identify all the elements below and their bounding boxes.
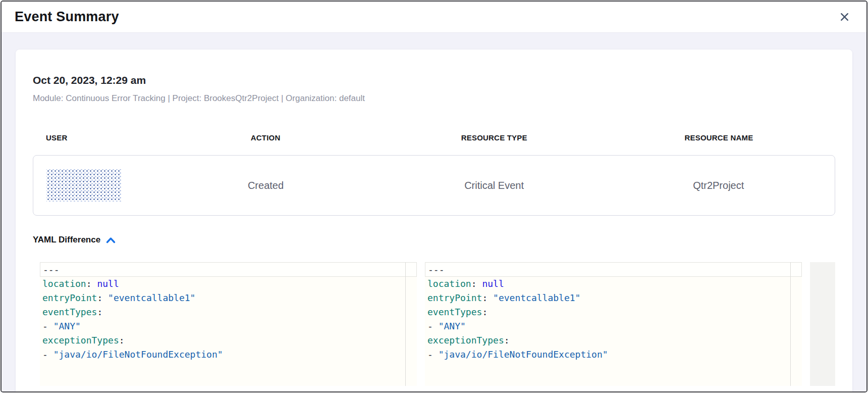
audit-table-header: USER ACTION RESOURCE TYPE RESOURCE NAME: [33, 133, 835, 142]
event-summary-modal: Event Summary Oct 20, 2023, 12:29 am Mod…: [1, 1, 867, 392]
yaml-diff-pane-left[interactable]: ---location: nullentryPoint: "eventcalla…: [40, 262, 417, 386]
column-header-resource-name: RESOURCE NAME: [603, 133, 835, 142]
yaml-line: location: null: [40, 277, 417, 291]
user-redacted-pixelated: [46, 169, 121, 202]
event-card: Oct 20, 2023, 12:29 am Module: Continuou…: [16, 50, 852, 391]
yaml-diff-viewer: ---location: nullentryPoint: "eventcalla…: [40, 262, 835, 386]
yaml-line: eventTypes:: [425, 305, 802, 319]
close-icon: [839, 12, 850, 22]
modal-body: Oct 20, 2023, 12:29 am Module: Continuou…: [2, 33, 866, 391]
user-cell: [33, 169, 145, 202]
diff-scrollbar-track[interactable]: [810, 262, 835, 386]
yaml-line: exceptionTypes:: [425, 333, 802, 348]
yaml-difference-label: YAML Difference: [33, 235, 100, 245]
yaml-line: - "java/io/FileNotFoundException": [40, 348, 417, 362]
yaml-difference-toggle: YAML Difference: [33, 235, 835, 245]
column-header-resource-type: RESOURCE TYPE: [386, 133, 603, 142]
column-header-user: USER: [33, 133, 145, 142]
resource-name-cell: Qtr2Project: [602, 180, 835, 191]
yaml-line: ---: [425, 262, 802, 277]
chevron-up-icon[interactable]: [106, 237, 116, 243]
yaml-line: - "ANY": [40, 319, 417, 333]
yaml-line: entryPoint: "eventcallable1": [425, 291, 802, 305]
yaml-line: - "java/io/FileNotFoundException": [425, 348, 802, 362]
event-timestamp: Oct 20, 2023, 12:29 am: [33, 74, 835, 87]
yaml-diff-pane-right[interactable]: ---location: nullentryPoint: "eventcalla…: [425, 262, 802, 386]
yaml-line: eventTypes:: [40, 305, 417, 319]
modal-header: Event Summary: [2, 2, 866, 33]
close-button[interactable]: [835, 8, 853, 26]
action-cell: Created: [145, 180, 386, 191]
event-meta: Module: Continuous Error Tracking | Proj…: [33, 93, 835, 104]
yaml-line: exceptionTypes:: [40, 333, 417, 348]
table-row: Created Critical Event Qtr2Project: [33, 155, 835, 216]
yaml-line: location: null: [425, 277, 802, 291]
yaml-line: ---: [40, 262, 417, 277]
page-title: Event Summary: [15, 9, 119, 25]
yaml-line: - "ANY": [425, 319, 802, 333]
yaml-line: entryPoint: "eventcallable1": [40, 291, 417, 305]
resource-type-cell: Critical Event: [386, 180, 603, 191]
column-header-action: ACTION: [145, 133, 386, 142]
